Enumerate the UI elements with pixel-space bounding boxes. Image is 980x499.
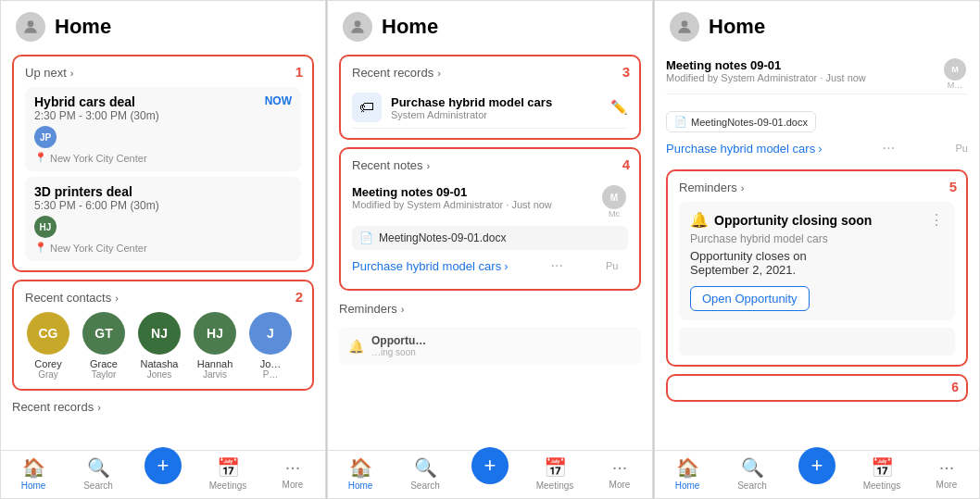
home-icon-2: 🏠 <box>349 456 372 479</box>
phone-3: Home Meeting notes 09-01 Modified by Sys… <box>654 0 980 499</box>
reminders-chevron-3[interactable]: › <box>741 182 745 193</box>
nav-meetings-3[interactable]: 📅 Meetings <box>849 456 914 491</box>
recent-records-label: Recent records <box>12 400 94 414</box>
nav-more-2[interactable]: ··· More <box>587 456 652 491</box>
note-more-icon[interactable]: ··· <box>551 257 563 274</box>
nav-home-label: Home <box>21 480 46 491</box>
reminder-partial-sub: …ing soon <box>371 347 426 357</box>
recent-records-row: Recent records › <box>12 398 314 416</box>
card-number-2: 2 <box>295 289 303 305</box>
nav-search-label-3: Search <box>737 480 767 491</box>
upnext-item-2[interactable]: 3D printers deal 5:30 PM - 6:00 PM (30m)… <box>25 177 301 261</box>
upnext-item-1[interactable]: NOW Hybrid cars deal 2:30 PM - 3:00 PM (… <box>25 87 301 171</box>
upnext-card: Up next › 1 NOW Hybrid cars deal 2:30 PM… <box>12 55 314 272</box>
contact-hj[interactable]: HJ Hannah Jarvis <box>192 312 238 380</box>
nav-fab-3[interactable]: + <box>785 456 849 491</box>
contact-name-j: Jo… <box>260 358 282 369</box>
location-icon-2: 📍 <box>34 242 47 254</box>
file-icon: 📄 <box>359 231 373 244</box>
recent-contacts-card: Recent contacts › 2 CG Corey Gray GT Gra… <box>12 280 314 391</box>
phones-container: Home Up next › 1 NOW Hybrid cars deal 2:… <box>0 0 980 499</box>
fab-button-1[interactable]: + <box>144 447 182 484</box>
reminder-item-1: 🔔 Opportunity closing soon ⋮ Purchase hy… <box>679 202 955 320</box>
more-icon: ··· <box>285 456 301 478</box>
nav-search-2[interactable]: 🔍 Search <box>393 456 458 491</box>
recent-records-chevron[interactable]: › <box>97 402 101 413</box>
reminder-partial-preview: 🔔 Opportu… …ing soon <box>339 327 641 365</box>
note-link-row: Purchase hybrid model cars › ··· Pu <box>352 257 628 274</box>
note-more-3[interactable]: ··· <box>883 140 895 156</box>
nav-home-1[interactable]: 🏠 Home <box>1 456 66 491</box>
page-title: Home <box>55 15 111 39</box>
note-link[interactable]: Purchase hybrid model cars › <box>352 259 508 273</box>
nav-fab-1[interactable]: + <box>131 456 195 491</box>
record-sub: System Administrator <box>391 109 552 120</box>
nav-more-3[interactable]: ··· More <box>914 456 979 491</box>
nav-home-label-2: Home <box>348 480 373 491</box>
nav-more-label-2: More <box>609 480 631 490</box>
link-partial-3: Pu <box>956 143 968 154</box>
record-item-1[interactable]: 🏷 Purchase hybrid model cars System Admi… <box>352 87 628 129</box>
contact-gt[interactable]: GT Grace Taylor <box>81 312 127 380</box>
top-note-row: Meeting notes 09-01 Modified by System A… <box>666 55 968 94</box>
nav-meetings-2[interactable]: 📅 Meetings <box>522 456 587 491</box>
nav-meetings-label: Meetings <box>209 480 247 491</box>
reminders-chevron[interactable]: › <box>401 304 405 315</box>
top-note-avatar-col: M M… <box>942 58 968 90</box>
contact-cg[interactable]: CG Corey Gray <box>25 312 71 380</box>
upnext-dot-2: HJ <box>34 216 57 238</box>
meetings-icon-3: 📅 <box>871 456 894 479</box>
upnext-title-2: 3D printers deal <box>34 184 292 199</box>
meetings-icon: 📅 <box>217 456 240 479</box>
rr-chevron[interactable]: › <box>437 68 441 79</box>
contact-avatar-gt: GT <box>82 312 125 355</box>
contact-name-gt: Grace <box>90 358 118 369</box>
open-opportunity-button[interactable]: Open Opportunity <box>690 286 810 311</box>
file-badge: 📄 MeetingNotes-09-01.docx <box>666 111 816 132</box>
link-chevron: › <box>504 259 508 273</box>
nav-fab-2[interactable]: + <box>458 456 522 491</box>
nav-search-3[interactable]: 🔍 Search <box>720 456 785 491</box>
fab-button-2[interactable]: + <box>471 447 509 484</box>
contact-last-hj: Jarvis <box>203 369 227 380</box>
more-icon-2: ··· <box>612 456 628 478</box>
phone-2-content: Recent records › 3 🏷 Purchase hybrid mod… <box>328 49 652 450</box>
contact-nj[interactable]: NJ Natasha Jones <box>136 312 182 380</box>
page-title-3: Home <box>709 15 765 39</box>
card-number-5: 5 <box>949 179 957 194</box>
avatar-3 <box>670 12 699 42</box>
note-file: 📄 MeetingNotes-09-01.docx <box>352 226 628 250</box>
nav-search-1[interactable]: 🔍 Search <box>66 456 131 491</box>
card-number-6: 6 <box>951 380 959 394</box>
contacts-chevron[interactable]: › <box>115 293 119 304</box>
upnext-chevron[interactable]: › <box>70 68 74 79</box>
avatar-2 <box>343 12 372 42</box>
reminders-label-partial: Reminders <box>339 302 397 316</box>
page-title-2: Home <box>382 15 438 39</box>
fab-button-3[interactable]: + <box>798 447 836 484</box>
record-title: Purchase hybrid model cars <box>391 95 552 109</box>
nav-meetings-1[interactable]: 📅 Meetings <box>195 456 260 491</box>
contact-avatar-nj: NJ <box>138 312 181 355</box>
nav-more-1[interactable]: ··· More <box>260 456 325 491</box>
note-partial: Pu <box>606 260 628 271</box>
nav-home-2[interactable]: 🏠 Home <box>328 456 393 491</box>
reminders-label: Reminders › <box>679 181 955 194</box>
contact-j[interactable]: J Jo… P… <box>247 312 294 380</box>
nav-home-3[interactable]: 🏠 Home <box>655 456 720 491</box>
upnext-dot-1: JP <box>34 126 57 148</box>
reminder-header-row: 🔔 Opportunity closing soon ⋮ <box>690 211 944 229</box>
svg-point-2 <box>682 20 688 27</box>
search-icon-3: 🔍 <box>741 456 764 479</box>
rr-label: Recent records › <box>352 66 628 80</box>
contact-name-cg: Corey <box>34 358 61 369</box>
more-icon-3: ··· <box>939 456 955 478</box>
note-link-3[interactable]: Purchase hybrid model cars › <box>666 142 822 156</box>
reminder-more-icon[interactable]: ⋮ <box>929 211 944 229</box>
svg-point-0 <box>28 20 34 27</box>
edit-icon[interactable]: ✏️ <box>610 99 628 116</box>
nav-more-label: More <box>283 480 304 490</box>
phone-1-content: Up next › 1 NOW Hybrid cars deal 2:30 PM… <box>1 49 325 450</box>
top-note-title: Meeting notes 09-01 <box>666 58 935 72</box>
rn-chevron[interactable]: › <box>427 160 431 171</box>
